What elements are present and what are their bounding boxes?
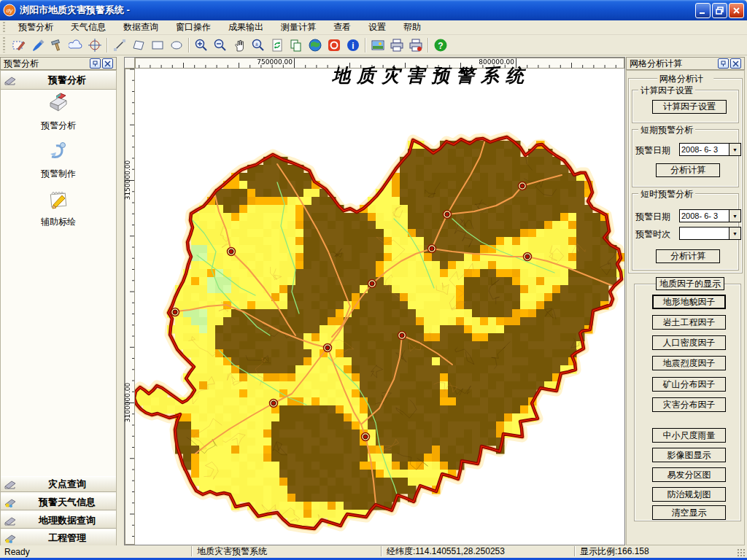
- nav-item-label: 预警分析: [1, 120, 116, 132]
- zoom-extent-icon: ±: [251, 38, 266, 52]
- ruler-corner: [125, 58, 135, 69]
- menu-settings[interactable]: 设置: [360, 20, 395, 35]
- help-button[interactable]: ?: [431, 36, 450, 54]
- toolbar-separator: [107, 38, 108, 52]
- copy-button[interactable]: [287, 36, 306, 54]
- stamp-icon: [4, 74, 18, 86]
- center-target-icon: [88, 38, 102, 52]
- toolbar-grip[interactable]: [2, 37, 7, 53]
- window-title: 浏阳市地质灾害预警系统 -: [20, 4, 694, 17]
- close-button[interactable]: [729, 3, 744, 18]
- right-panel: 网格分析计算 计算因子设置 计算因子设置 短期预警分析 预警日期 2008- 6…: [626, 70, 745, 545]
- short-term-analyze-button[interactable]: 分析计算: [656, 163, 720, 177]
- menu-view[interactable]: 查看: [325, 20, 360, 35]
- menu-help[interactable]: 帮助: [395, 20, 430, 35]
- cloud-tool-button[interactable]: [66, 36, 85, 54]
- warning-date-label: 预警日期: [635, 211, 670, 223]
- status-ready: Ready: [0, 546, 188, 557]
- status-bar: Ready 地质灾害预警系统 经纬度:114.140551,28.250253 …: [0, 545, 747, 558]
- map-canvas[interactable]: [135, 69, 624, 545]
- pin-button[interactable]: [90, 58, 101, 69]
- select-tool-button[interactable]: [9, 36, 28, 54]
- refresh-button[interactable]: [268, 36, 287, 54]
- frame-label: 计算因子设置: [638, 85, 695, 97]
- menu-grip[interactable]: [2, 22, 7, 33]
- mine-factor-button[interactable]: 矿山分布因子: [652, 377, 726, 392]
- paint-tool-button[interactable]: [28, 36, 47, 54]
- frame-label: 短期预警分析: [638, 124, 695, 136]
- weather-data-icon: [4, 497, 18, 508]
- menu-measure-calc[interactable]: 测量计算: [272, 20, 325, 35]
- resize-grip[interactable]: [737, 548, 746, 557]
- globe-button[interactable]: [306, 36, 325, 54]
- minimize-button[interactable]: [695, 3, 711, 18]
- prevention-plan-button[interactable]: 防治规划图: [652, 487, 726, 502]
- stop-button[interactable]: [325, 36, 344, 54]
- help-icon: ?: [433, 38, 448, 52]
- geo-factor-display-button[interactable]: 地质因子的显示: [656, 277, 724, 290]
- population-factor-button[interactable]: 人口密度因子: [652, 335, 726, 350]
- menu-data-query[interactable]: 数据查询: [115, 20, 167, 35]
- app-logo-icon: dy: [3, 4, 16, 17]
- menu-warning-analysis[interactable]: 预警分析: [9, 20, 62, 35]
- center-target-button[interactable]: [85, 36, 104, 54]
- nav-item-aux-drawing[interactable]: 辅助标绘: [1, 187, 116, 228]
- short-time-period-combo[interactable]: ▼: [679, 227, 741, 240]
- window-titlebar: dy 浏阳市地质灾害预警系统 -: [0, 0, 747, 20]
- zoom-extent-button[interactable]: ±: [249, 36, 268, 54]
- frame-label: 短时预警分析: [638, 188, 695, 201]
- print-setup-button[interactable]: [406, 36, 425, 54]
- ellipse-tool-button[interactable]: [167, 36, 186, 54]
- calc-factor-settings-button[interactable]: 计算因子设置: [652, 100, 727, 114]
- image-view-button[interactable]: [368, 36, 387, 54]
- nav-item-warning-making[interactable]: 预警制作: [1, 139, 116, 180]
- zoom-in-button[interactable]: [192, 36, 211, 54]
- nav-group-warning-weather[interactable]: 预警天气信息: [1, 494, 116, 510]
- right-panel-close-button[interactable]: [730, 58, 741, 69]
- left-panel-close-button[interactable]: [102, 58, 113, 69]
- warning-time-label: 预警时次: [635, 228, 670, 241]
- restore-button[interactable]: [712, 3, 727, 18]
- zoom-out-button[interactable]: [211, 36, 230, 54]
- dropdown-arrow-icon[interactable]: ▼: [729, 228, 740, 239]
- image-display-button[interactable]: 影像图显示: [652, 448, 726, 462]
- nav-group-project-management[interactable]: 工程管理: [1, 530, 116, 546]
- left-splitter[interactable]: [117, 57, 124, 545]
- nav-item-warning-analysis[interactable]: 预警分析: [1, 91, 116, 132]
- rectangle-tool-button[interactable]: [148, 36, 167, 54]
- hammer-tool-button[interactable]: [47, 36, 66, 54]
- nav-group-geo-data-query[interactable]: 地理数据查询: [1, 513, 116, 529]
- short-term-date-combo[interactable]: 2008- 6- 3 ▼: [679, 143, 741, 156]
- short-time-analyze-button[interactable]: 分析计算: [656, 249, 720, 263]
- menu-window-ops[interactable]: 窗口操作: [167, 20, 220, 35]
- dropdown-arrow-icon[interactable]: ▼: [729, 144, 740, 155]
- clear-display-button[interactable]: 清空显示: [652, 505, 726, 520]
- stamp-icon: [4, 478, 18, 490]
- disaster-factor-button[interactable]: 灾害分布因子: [652, 397, 726, 412]
- zoom-out-icon: [213, 38, 228, 52]
- menu-result-output[interactable]: 成果输出: [220, 20, 272, 35]
- book-icon: [46, 91, 71, 116]
- rainfall-display-button[interactable]: 中小尺度雨量: [652, 428, 726, 443]
- info-button[interactable]: i: [344, 36, 363, 54]
- pin-button[interactable]: [718, 58, 729, 69]
- polygon-tool-button[interactable]: [129, 36, 148, 54]
- short-time-date-combo[interactable]: 2008- 6- 3 ▼: [679, 209, 741, 222]
- seismic-factor-button[interactable]: 地震烈度因子: [652, 356, 726, 370]
- menu-weather-info[interactable]: 天气信息: [62, 20, 115, 35]
- terrain-factor-button[interactable]: 地形地貌因子: [652, 295, 726, 309]
- make-icon: [46, 139, 71, 164]
- right-panel-title: 网格分析计算: [630, 58, 716, 70]
- app-window: dy 浏阳市地质灾害预警系统 - 预警分析 天气信息 数据查询 窗口操作 成果输…: [0, 0, 747, 560]
- susceptibility-map-button[interactable]: 易发分区图: [652, 467, 726, 482]
- geotech-factor-button[interactable]: 岩土工程因子: [652, 315, 726, 330]
- line-tool-button[interactable]: [110, 36, 129, 54]
- pan-button[interactable]: [230, 36, 249, 54]
- left-panel-header[interactable]: 预警分析: [1, 71, 116, 90]
- select-tool-icon: [12, 38, 26, 52]
- weather-data-icon: [4, 532, 18, 544]
- print-button[interactable]: [387, 36, 406, 54]
- dropdown-arrow-icon[interactable]: ▼: [729, 210, 740, 222]
- toolbar-separator: [365, 38, 366, 52]
- nav-group-disaster-query[interactable]: 灾点查询: [1, 476, 116, 492]
